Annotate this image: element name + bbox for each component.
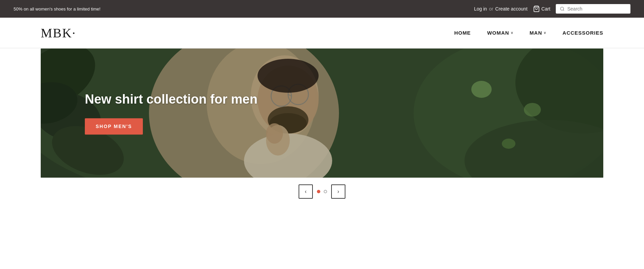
cart-button[interactable]: Cart <box>533 5 550 12</box>
nav-man[interactable]: MAN ∨ <box>530 30 546 36</box>
announcement-text: 50% on all women's shoes for a limited t… <box>14 6 100 12</box>
top-right-nav: Log in or Create account Cart <box>474 4 630 14</box>
nav-home[interactable]: HOME <box>454 30 471 36</box>
create-account-link[interactable]: Create account <box>495 6 528 12</box>
search-input[interactable] <box>567 6 626 12</box>
search-box[interactable] <box>556 4 630 14</box>
slider-dot-1[interactable] <box>317 190 320 193</box>
auth-links: Log in or Create account <box>474 6 528 12</box>
shop-mens-button[interactable]: SHOP MEN'S <box>85 118 143 134</box>
hero-section: New shirt collection for men SHOP MEN'S … <box>41 49 603 202</box>
slider-dots <box>317 190 327 193</box>
slider-controls: ‹ › <box>41 178 603 202</box>
svg-point-1 <box>561 7 564 10</box>
search-icon <box>560 6 565 11</box>
announcement-bar: 50% on all women's shoes for a limited t… <box>0 0 644 18</box>
nav-links: HOME WOMAN ∨ MAN ∨ ACCESSORIES <box>454 30 603 36</box>
login-link[interactable]: Log in <box>474 6 487 12</box>
logo[interactable]: MBK· <box>41 25 76 40</box>
man-chevron-icon: ∨ <box>544 31 546 35</box>
hero-slider: New shirt collection for men SHOP MEN'S <box>41 49 603 178</box>
hero-title: New shirt collection for men <box>85 92 258 107</box>
slider-dot-2[interactable] <box>324 190 327 193</box>
slider-prev-button[interactable]: ‹ <box>299 184 313 199</box>
nav-accessories[interactable]: ACCESSORIES <box>563 30 603 36</box>
slider-next-button[interactable]: › <box>331 184 345 199</box>
woman-chevron-icon: ∨ <box>511 31 513 35</box>
hero-content: New shirt collection for men SHOP MEN'S <box>85 92 258 134</box>
cart-label: Cart <box>542 6 550 12</box>
auth-separator: or <box>489 6 493 12</box>
cart-icon <box>533 5 540 12</box>
main-nav: MBK· HOME WOMAN ∨ MAN ∨ ACCESSORIES <box>0 18 644 48</box>
nav-woman[interactable]: WOMAN ∨ <box>487 30 513 36</box>
svg-line-2 <box>563 10 564 11</box>
